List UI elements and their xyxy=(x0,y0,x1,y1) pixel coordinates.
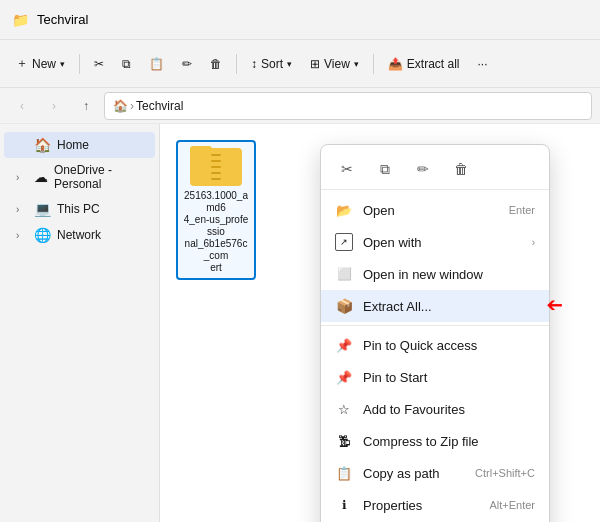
cm-new-window-icon: ⬜ xyxy=(335,265,353,283)
rename-icon: ✏ xyxy=(182,57,192,71)
cm-compress-zip[interactable]: 🗜 Compress to Zip file xyxy=(321,425,549,457)
cm-cut-button[interactable]: ✂ xyxy=(333,155,361,183)
cm-open-with-icon: ↗ xyxy=(335,233,353,251)
cm-arrow-icon: › xyxy=(532,237,535,248)
cut-button[interactable]: ✂ xyxy=(86,52,112,76)
cm-open-label: Open xyxy=(363,203,499,218)
more-icon: ··· xyxy=(478,57,488,71)
cm-copy-path-label: Copy as path xyxy=(363,466,465,481)
onedrive-icon: ☁ xyxy=(34,169,48,185)
address-bar: ‹ › ↑ 🏠 › Techviral xyxy=(0,88,600,124)
cm-zip-label: Compress to Zip file xyxy=(363,434,535,449)
home-icon: 🏠 xyxy=(34,137,51,153)
cm-zip-icon: 🗜 xyxy=(335,432,353,450)
cm-copy-icon: ⧉ xyxy=(380,161,390,178)
more-options-button[interactable]: ··· xyxy=(470,52,496,76)
path-segment: Techviral xyxy=(136,99,183,113)
main-area: 🏠 Home › ☁ OneDrive - Personal › 💻 This … xyxy=(0,124,600,522)
address-path[interactable]: 🏠 › Techviral xyxy=(104,92,592,120)
cm-copy-path-icon: 📋 xyxy=(335,464,353,482)
cm-pin-quick-label: Pin to Quick access xyxy=(363,338,535,353)
sidebar-label-onedrive: OneDrive - Personal xyxy=(54,163,143,191)
cm-extract-all[interactable]: 📦 Extract All... ➔ xyxy=(321,290,549,322)
context-menu: ✂ ⧉ ✏ 🗑 📂 Open Enter ↗ xyxy=(320,144,550,522)
cm-properties-shortcut: Alt+Enter xyxy=(489,499,535,511)
cm-copy-path[interactable]: 📋 Copy as path Ctrl+Shift+C xyxy=(321,457,549,489)
cm-rename-button[interactable]: ✏ xyxy=(409,155,437,183)
sidebar: 🏠 Home › ☁ OneDrive - Personal › 💻 This … xyxy=(0,124,160,522)
paste-icon: 📋 xyxy=(149,57,164,71)
context-menu-toolbar: ✂ ⧉ ✏ 🗑 xyxy=(321,149,549,190)
cm-delete-icon: 🗑 xyxy=(454,161,468,177)
cm-properties-icon: ℹ xyxy=(335,496,353,514)
cm-extract-label: Extract All... xyxy=(363,299,535,314)
cm-open-shortcut: Enter xyxy=(509,204,535,216)
cm-favourites-icon: ☆ xyxy=(335,400,353,418)
cm-new-window-label: Open in new window xyxy=(363,267,535,282)
cm-extract-icon: 📦 xyxy=(335,297,353,315)
zip-folder-icon xyxy=(190,146,242,186)
cm-properties-label: Properties xyxy=(363,498,479,513)
cm-rename-icon: ✏ xyxy=(417,161,429,177)
sidebar-item-thispc[interactable]: › 💻 This PC xyxy=(4,196,155,222)
toolbar: ＋ New ▾ ✂ ⧉ 📋 ✏ 🗑 ↕ Sort ▾ ⊞ View ▾ 📤 Ex… xyxy=(0,40,600,88)
sort-button[interactable]: ↕ Sort ▾ xyxy=(243,52,300,76)
up-button[interactable]: ↑ xyxy=(72,92,100,120)
copy-button[interactable]: ⧉ xyxy=(114,52,139,76)
cm-pin-start-label: Pin to Start xyxy=(363,370,535,385)
cm-pin-quick[interactable]: 📌 Pin to Quick access xyxy=(321,329,549,361)
sidebar-item-home[interactable]: 🏠 Home xyxy=(4,132,155,158)
cm-open[interactable]: 📂 Open Enter xyxy=(321,194,549,226)
rename-button[interactable]: ✏ xyxy=(174,52,200,76)
cm-pin-quick-icon: 📌 xyxy=(335,336,353,354)
red-arrow-indicator: ➔ xyxy=(546,294,563,318)
back-button[interactable]: ‹ xyxy=(8,92,36,120)
path-root-icon: 🏠 xyxy=(113,99,128,113)
toolbar-separator-2 xyxy=(236,54,237,74)
cm-open-icon: 📂 xyxy=(335,201,353,219)
sidebar-label-home: Home xyxy=(57,138,89,152)
sort-icon: ↕ xyxy=(251,57,257,71)
cm-pin-start-icon: 📌 xyxy=(335,368,353,386)
forward-button[interactable]: › xyxy=(40,92,68,120)
delete-button[interactable]: 🗑 xyxy=(202,52,230,76)
expand-icon: › xyxy=(16,172,28,183)
file-item-zip[interactable]: 25163.1000_amd64_en-us_professional_6b1e… xyxy=(176,140,256,280)
sort-chevron-icon: ▾ xyxy=(287,59,292,69)
sidebar-item-onedrive[interactable]: › ☁ OneDrive - Personal xyxy=(4,158,155,196)
paste-button[interactable]: 📋 xyxy=(141,52,172,76)
cm-open-with-label: Open with xyxy=(363,235,522,250)
cm-copy-button[interactable]: ⧉ xyxy=(371,155,399,183)
cm-add-favourites[interactable]: ☆ Add to Favourites xyxy=(321,393,549,425)
file-name: 25163.1000_amd64_en-us_professional_6b1e… xyxy=(182,190,250,274)
sidebar-label-thispc: This PC xyxy=(57,202,100,216)
toolbar-separator-1 xyxy=(79,54,80,74)
view-button[interactable]: ⊞ View ▾ xyxy=(302,52,367,76)
window-title: Techviral xyxy=(37,12,88,27)
expand-icon-pc: › xyxy=(16,204,28,215)
cm-cut-icon: ✂ xyxy=(341,161,353,177)
sidebar-label-network: Network xyxy=(57,228,101,242)
cm-delete-button[interactable]: 🗑 xyxy=(447,155,475,183)
window-icon: 📁 xyxy=(12,12,29,28)
file-area: 25163.1000_amd64_en-us_professional_6b1e… xyxy=(160,124,600,522)
view-icon: ⊞ xyxy=(310,57,320,71)
cm-properties[interactable]: ℹ Properties Alt+Enter xyxy=(321,489,549,521)
view-chevron-icon: ▾ xyxy=(354,59,359,69)
copy-icon: ⧉ xyxy=(122,57,131,71)
cm-separator-1 xyxy=(321,325,549,326)
plus-icon: ＋ xyxy=(16,55,28,72)
cm-copy-path-shortcut: Ctrl+Shift+C xyxy=(475,467,535,479)
new-button[interactable]: ＋ New ▾ xyxy=(8,50,73,77)
cm-open-new-window[interactable]: ⬜ Open in new window xyxy=(321,258,549,290)
extract-icon: 📤 xyxy=(388,57,403,71)
cut-icon: ✂ xyxy=(94,57,104,71)
sidebar-item-network[interactable]: › 🌐 Network xyxy=(4,222,155,248)
extract-all-button[interactable]: 📤 Extract all xyxy=(380,52,468,76)
cm-open-with[interactable]: ↗ Open with › xyxy=(321,226,549,258)
expand-icon-network: › xyxy=(16,230,28,241)
network-icon: 🌐 xyxy=(34,227,51,243)
chevron-down-icon: ▾ xyxy=(60,59,65,69)
toolbar-separator-3 xyxy=(373,54,374,74)
cm-pin-start[interactable]: 📌 Pin to Start xyxy=(321,361,549,393)
